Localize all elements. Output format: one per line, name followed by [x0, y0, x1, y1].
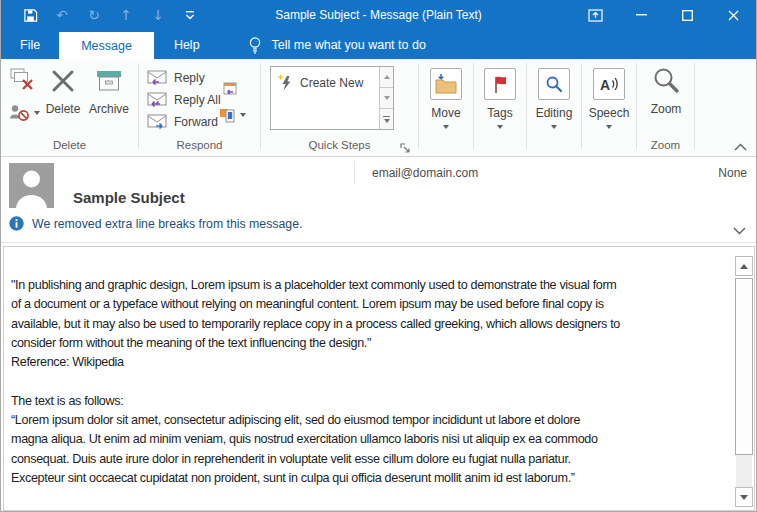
more-respond-actions-button[interactable] [219, 107, 246, 123]
redo-button[interactable]: ↻ [85, 6, 103, 24]
create-new-quick-step[interactable]: Create New [277, 74, 363, 91]
forward-button[interactable]: Forward [147, 114, 218, 130]
reply-all-button[interactable]: Reply All [147, 92, 221, 108]
body-line: Reference: Wikipedia [11, 353, 729, 372]
body-line: consider form without the meaning of the… [11, 334, 729, 353]
ribbon: Delete Archive Delete Reply Reply All Fo… [1, 59, 756, 157]
gallery-more-button[interactable] [380, 108, 393, 129]
quick-steps-gallery: Create New [270, 66, 394, 130]
message-body-text[interactable]: "In publishing and graphic design, Lorem… [11, 276, 729, 488]
dialog-launcher-icon [400, 143, 411, 154]
tab-help[interactable]: Help [154, 30, 220, 59]
undo-button[interactable]: ↶ [53, 6, 71, 24]
archive-button[interactable]: Archive [85, 64, 133, 116]
arrow-down-icon: ↓ [152, 8, 164, 22]
scroll-down-button[interactable] [735, 487, 753, 507]
message-subject: Sample Subject [73, 189, 185, 206]
tags-button[interactable] [484, 68, 516, 100]
delete-button[interactable]: Delete [43, 64, 83, 116]
minimize-button[interactable] [618, 0, 664, 30]
triangle-down-icon [384, 96, 390, 100]
reply-all-icon [147, 92, 168, 108]
speech-button[interactable]: A [593, 68, 625, 100]
vertical-scrollbar [735, 256, 753, 507]
save-button[interactable] [21, 6, 39, 24]
info-icon [9, 216, 24, 231]
tags-label: Tags [474, 106, 526, 120]
scroll-up-button[interactable] [735, 256, 753, 276]
previous-item-button[interactable]: ↑ [117, 6, 135, 24]
quick-access-toolbar: ↶ ↻ ↑ ↓ [21, 6, 199, 24]
quick-steps-dialog-launcher[interactable] [400, 140, 412, 152]
expand-header-button[interactable] [733, 221, 746, 239]
delete-label: Delete [43, 102, 83, 116]
close-button[interactable] [710, 0, 756, 30]
ribbon-group-speech: A Speech [582, 59, 636, 156]
maximize-icon [682, 10, 693, 21]
body-line: magna aliqua. Ut enim ad minim veniam, q… [11, 430, 729, 449]
svg-text:A: A [600, 77, 610, 93]
group-separator [694, 63, 695, 149]
titlebar: ↶ ↻ ↑ ↓ Sample Subject - Message (Plain … [1, 0, 756, 30]
zoom-button[interactable]: Zoom [645, 64, 687, 116]
ribbon-group-respond: Reply Reply All Forward Respond [139, 59, 260, 156]
body-line: consequat. Duis aute irure dolor in repr… [11, 450, 729, 469]
speech-dropdown-caret [582, 125, 636, 129]
zoom-group-label: Zoom [637, 139, 694, 151]
reply-all-label: Reply All [174, 93, 221, 107]
next-item-button[interactable]: ↓ [149, 6, 167, 24]
close-icon [728, 10, 739, 21]
ribbon-group-zoom: Zoom Zoom [637, 59, 694, 156]
minimize-icon [636, 14, 647, 16]
redo-icon: ↻ [88, 8, 100, 22]
editing-button[interactable] [538, 68, 570, 100]
triangle-down-icon [384, 119, 390, 123]
tab-file[interactable]: File [1, 30, 59, 59]
body-line: Excepteur sint occaecat cupidatat non pr… [11, 469, 729, 488]
message-body-area: "In publishing and graphic design, Lorem… [1, 243, 756, 512]
read-aloud-icon: A [599, 75, 619, 93]
ignore-button[interactable] [9, 67, 34, 95]
body-line: “Lorem ipsum dolor sit amet, consectetur… [11, 411, 729, 430]
lightbulb-icon [248, 36, 262, 54]
sender-avatar[interactable] [9, 163, 54, 208]
scrollbar-track[interactable] [736, 455, 752, 487]
speech-label: Speech [582, 106, 636, 120]
ribbon-display-options-icon [588, 9, 603, 22]
zoom-button-label: Zoom [645, 102, 687, 116]
meeting-button[interactable] [222, 81, 238, 101]
scrollbar-thumb[interactable] [735, 278, 753, 455]
junk-dropdown-caret [34, 111, 40, 115]
ribbon-display-options-button[interactable] [572, 0, 618, 30]
reply-button[interactable]: Reply [147, 70, 205, 86]
ribbon-group-quick-steps: Create New Quick Steps [261, 59, 418, 156]
quick-steps-group-label: Quick Steps [261, 139, 418, 151]
triangle-up-icon [740, 264, 748, 269]
archive-icon [95, 68, 123, 94]
junk-button[interactable] [9, 104, 40, 122]
chevron-up-icon [734, 143, 747, 151]
customize-qat-button[interactable] [181, 6, 199, 24]
find-magnifier-icon [545, 75, 563, 93]
delete-icon [50, 68, 76, 94]
triangle-up-icon [384, 75, 390, 79]
tags-dropdown-caret [474, 125, 526, 129]
create-new-label: Create New [300, 76, 363, 90]
reply-label: Reply [174, 71, 205, 85]
collapse-ribbon-button[interactable] [732, 141, 748, 153]
forward-icon [147, 114, 168, 130]
save-icon [23, 8, 38, 23]
gallery-scroll-down-button[interactable] [380, 87, 393, 108]
gallery-scroll-up-button[interactable] [380, 67, 393, 87]
sender-email[interactable]: email@domain.com [372, 166, 478, 180]
more-respond-caret [240, 113, 246, 117]
tab-message[interactable]: Message [59, 32, 154, 59]
zoom-magnifier-icon [652, 66, 680, 94]
move-button[interactable] [430, 68, 462, 100]
junk-sender-icon [9, 104, 30, 122]
tell-me-box[interactable]: Tell me what you want to do [248, 30, 426, 59]
body-line: "In publishing and graphic design, Lorem… [11, 276, 729, 295]
move-label: Move [419, 106, 473, 120]
maximize-button[interactable] [664, 0, 710, 30]
meeting-icon [222, 81, 238, 97]
